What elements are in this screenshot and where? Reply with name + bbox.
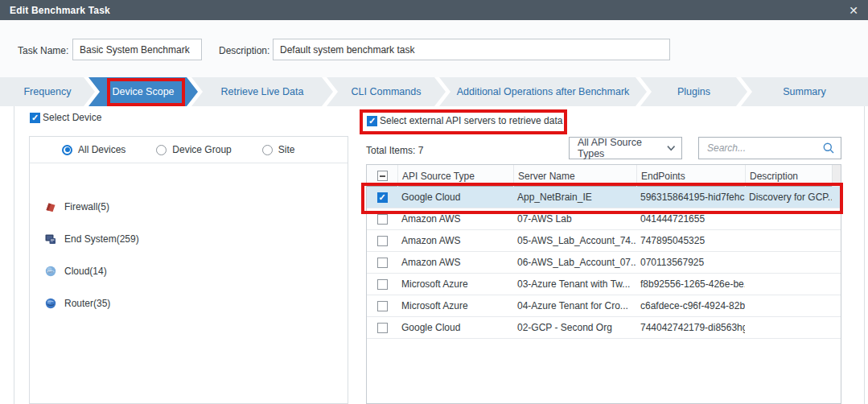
header-gutter	[832, 165, 841, 187]
close-icon[interactable]: ✕	[849, 5, 858, 16]
tab-device-scope[interactable]: Device Scope	[88, 77, 198, 106]
radio-icon[interactable]	[156, 145, 167, 155]
minus-square-icon[interactable]	[377, 171, 388, 181]
list-item-cloud[interactable]: aws Cloud(14)	[44, 255, 348, 287]
radio-selected-icon[interactable]	[62, 145, 72, 155]
task-name-label: Task Name:	[18, 45, 68, 56]
chevron-down-icon	[667, 145, 675, 151]
list-item-router[interactable]: Router(35)	[44, 287, 348, 319]
device-type-list: Firewall(5) End System(259) aws	[30, 163, 348, 319]
row-checkbox-checked[interactable]	[377, 192, 388, 203]
dropdown-selected-value: All API Source Types	[578, 137, 667, 159]
total-items-count: Total Items: 7	[366, 145, 423, 156]
tab-additional-operations[interactable]: Additional Operations after Benchmark	[439, 77, 647, 106]
search-icon[interactable]	[822, 142, 835, 155]
dialog-title: Edit Benchmark Task	[10, 5, 110, 16]
row-checkbox[interactable]	[377, 301, 388, 311]
task-name-input[interactable]	[72, 39, 202, 60]
row-checkbox[interactable]	[377, 236, 388, 246]
select-device-label: Select Device	[43, 112, 101, 123]
search-box	[698, 137, 841, 159]
column-header-endpoints[interactable]: EndPoints	[636, 165, 745, 187]
edit-benchmark-task-dialog: Edit Benchmark Task ✕ Task Name: Descrip…	[0, 0, 868, 404]
table-row[interactable]: Google Cloud App_NetBrain_IE 59631586419…	[367, 187, 841, 208]
select-external-api-label: Select external API servers to retrieve …	[380, 115, 562, 126]
table-row[interactable]: Amazon AWS 07-AWS Lab 041444721655	[367, 208, 841, 230]
api-source-type-dropdown[interactable]: All API Source Types	[569, 137, 682, 159]
device-selection-panel: All Devices Device Group Site Firewall(5…	[29, 136, 348, 404]
table-row[interactable]: Amazon AWS 05-AWS_Lab_Account_74... 7478…	[367, 230, 841, 252]
checkbox-checked-icon[interactable]	[30, 113, 40, 123]
svg-text:aws: aws	[47, 270, 53, 274]
wizard-tabbar: Frequency Device Scope Retrieve Live Dat…	[0, 77, 868, 106]
search-input[interactable]	[701, 142, 822, 154]
table-row[interactable]: Amazon AWS 06-AWS_Lab_Account_07... 0701…	[367, 252, 841, 274]
api-servers-table: API Source Type Server Name EndPoints De…	[366, 164, 841, 404]
tab-summary[interactable]: Summary	[741, 77, 868, 106]
tab-retrieve-live-data[interactable]: Retrieve Live Data	[191, 77, 333, 106]
column-header-description[interactable]: Description	[745, 165, 832, 187]
content-left-border	[14, 106, 14, 404]
table-row[interactable]: Google Cloud 02-GCP - Second Org 7440427…	[367, 317, 841, 339]
tab-frequency[interactable]: Frequency	[0, 77, 95, 106]
list-item-firewall[interactable]: Firewall(5)	[44, 191, 348, 223]
column-header-server-name[interactable]: Server Name	[513, 165, 636, 187]
table-row[interactable]: Microsoft Azure 04-Azure Tenant for Cro.…	[367, 295, 841, 317]
list-item-end-system[interactable]: End System(259)	[44, 223, 348, 255]
end-system-icon	[44, 233, 57, 245]
tab-cli-commands[interactable]: CLI Commands	[327, 77, 446, 106]
radio-device-group[interactable]: Device Group	[156, 144, 231, 155]
dialog-titlebar: Edit Benchmark Task ✕	[0, 0, 868, 20]
row-checkbox[interactable]	[377, 323, 388, 333]
firewall-icon	[44, 200, 57, 213]
task-form: Task Name: Description:	[0, 20, 868, 77]
device-scope-radio-group: All Devices Device Group Site	[30, 137, 348, 163]
content-right-border	[864, 106, 865, 404]
checkbox-checked-icon[interactable]	[367, 116, 377, 126]
row-checkbox[interactable]	[377, 214, 388, 225]
description-label: Description:	[219, 45, 269, 56]
select-all-checkbox[interactable]	[367, 165, 397, 187]
radio-all-devices[interactable]: All Devices	[62, 144, 125, 155]
router-icon	[44, 297, 57, 310]
table-row[interactable]: Microsoft Azure 03-Azure Tenant with Tw.…	[367, 274, 841, 295]
description-input[interactable]	[273, 39, 670, 60]
column-header-api-source-type[interactable]: API Source Type	[397, 165, 513, 187]
row-checkbox[interactable]	[377, 258, 388, 268]
table-header-row: API Source Type Server Name EndPoints De…	[367, 165, 841, 187]
row-checkbox[interactable]	[377, 279, 388, 290]
cloud-icon: aws	[44, 265, 57, 278]
radio-icon[interactable]	[262, 145, 273, 155]
tab-plugins[interactable]: Plugins	[640, 77, 747, 106]
select-external-api-checkbox[interactable]: Select external API servers to retrieve …	[367, 115, 562, 126]
select-device-checkbox[interactable]: Select Device	[30, 112, 101, 123]
radio-site[interactable]: Site	[262, 144, 295, 155]
